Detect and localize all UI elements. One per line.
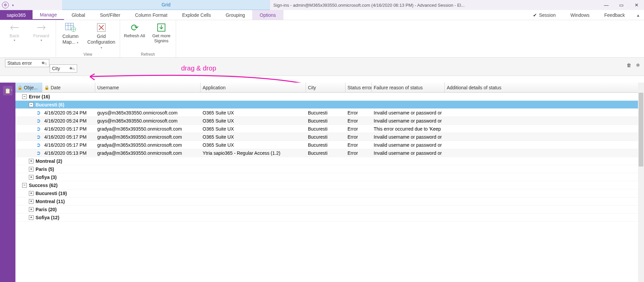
cell-date: 4/16/2020 05:17 PM — [42, 134, 95, 140]
refresh-icon: ⟳ — [131, 21, 139, 34]
expand-icon[interactable]: + — [29, 191, 34, 196]
collapse-icon[interactable]: − — [22, 94, 27, 99]
close-button[interactable]: ✕ — [629, 0, 644, 10]
cell-username: gradya@m365x393550.onmicrosoft.com — [95, 142, 201, 148]
cell-status: Error — [345, 118, 372, 124]
tab-grouping[interactable]: Grouping — [218, 10, 253, 20]
group-row-s-montreal[interactable]: +Montreal (11) — [15, 197, 644, 205]
cell-city: Bucuresti — [306, 126, 345, 132]
tab-session[interactable]: ✔Session — [526, 10, 563, 20]
group-row-montreal[interactable]: +Montreal (2) — [15, 157, 644, 165]
gear-icon[interactable]: ✲ — [636, 62, 640, 68]
column-header-date[interactable]: 🔒Date — [42, 83, 95, 92]
contextual-tab-grid[interactable]: Grid — [62, 0, 270, 10]
group-row-sofiya[interactable]: +Sofiya (3) — [15, 173, 644, 181]
cell-status: Error — [345, 110, 372, 115]
group-row-s-bucuresti[interactable]: +Bucuresti (19) — [15, 189, 644, 197]
column-header-additional-details[interactable]: Additional details of status — [445, 83, 644, 92]
collapse-icon[interactable]: − — [22, 183, 27, 188]
column-header-object[interactable]: 🔒Obje... — [15, 83, 42, 92]
table-row[interactable]: ➲4/16/2020 05:24 PMguys@m365x393550.onmi… — [15, 117, 644, 125]
group-row-error[interactable]: −Error (16) — [15, 93, 644, 101]
app-tab-sapio365[interactable]: sapio365 — [0, 10, 33, 20]
window-title: Sign-ins - admin@M365x393550.onmicrosoft… — [270, 3, 599, 8]
collapse-icon[interactable]: − — [29, 102, 34, 107]
collapse-ribbon-icon[interactable]: ▴ — [632, 10, 644, 20]
group-label-refresh: Refresh — [123, 51, 172, 57]
tab-explode-cells[interactable]: Explode Cells — [175, 10, 218, 20]
grid-configuration-button[interactable]: Grid Configuration ▾ — [86, 21, 116, 50]
tab-manage[interactable]: Manage — [33, 10, 64, 20]
forward-button[interactable]: 🡒 Forward▾ — [30, 21, 52, 42]
tab-feedback[interactable]: Feedback — [597, 10, 632, 20]
cell-city: Bucuresti — [306, 110, 345, 115]
signin-icon: ➲ — [35, 109, 42, 116]
tab-sort-filter[interactable]: Sort/Filter — [93, 10, 128, 20]
restore-button[interactable]: ▭ — [614, 0, 629, 10]
cell-application: O365 Suite UX — [201, 110, 306, 115]
cell-application: O365 Suite UX — [201, 126, 306, 132]
table-row[interactable]: ➲4/16/2020 05:17 PMgradya@m365x393550.on… — [15, 125, 644, 133]
back-button[interactable]: 🡐 Back▾ — [3, 21, 25, 42]
cell-username: guys@m365x393550.onmicrosoft.com — [95, 110, 201, 115]
annotation-label: drag & drop — [181, 64, 216, 72]
tab-global[interactable]: Global — [64, 10, 92, 20]
cell-status: Error — [345, 126, 372, 132]
expand-icon[interactable]: + — [29, 207, 34, 212]
cell-date: 4/16/2020 05:24 PM — [42, 110, 95, 115]
group-row-s-paris[interactable]: +Paris (20) — [15, 205, 644, 214]
group-label-view: View — [59, 51, 116, 57]
table-row[interactable]: ➲4/16/2020 05:24 PMguys@m365x393550.onmi… — [15, 109, 644, 117]
cell-username: gradya@m365x393550.onmicrosoft.com — [95, 134, 201, 140]
table-row[interactable]: ➲4/16/2020 05:17 PMgradya@m365x393550.on… — [15, 141, 644, 149]
tab-column-format[interactable]: Column Format — [128, 10, 175, 20]
tab-windows[interactable]: Windows — [563, 10, 597, 20]
group-row-paris[interactable]: +Paris (5) — [15, 165, 644, 173]
expand-icon[interactable]: + — [29, 199, 34, 204]
trash-icon[interactable]: 🗑 — [627, 62, 631, 68]
column-header-city[interactable]: City — [306, 83, 345, 92]
group-row-s-sofiya[interactable]: +Sofiya (12) — [15, 214, 644, 222]
column-header-status-error[interactable]: Status error — [345, 83, 372, 92]
grouping-bar[interactable]: Status error�△ City�△ 🗑 ✲ — [0, 58, 644, 76]
qat-dropdown-icon[interactable]: ▾ — [11, 3, 15, 7]
tab-options[interactable]: Options — [252, 10, 283, 20]
cell-failure-reason: This error occurred due to 'Keep — [372, 126, 445, 132]
signin-icon: ➲ — [35, 142, 42, 148]
vertical-scrollbar[interactable] — [638, 83, 644, 282]
cell-date: 4/16/2020 05:17 PM — [42, 126, 95, 132]
signin-icon: ➲ — [35, 126, 42, 132]
column-header-row: 🔒Obje... 🔒Date Username Application City… — [15, 83, 644, 93]
signin-icon: ➲ — [35, 117, 42, 124]
expand-icon[interactable]: + — [29, 167, 34, 172]
minimize-button[interactable]: — — [599, 0, 614, 10]
cell-date: 4/16/2020 05:13 PM — [42, 150, 95, 156]
expand-icon[interactable]: + — [29, 159, 34, 163]
column-header-username[interactable]: Username — [95, 83, 201, 92]
column-map-button[interactable]: Column Map... ▾ — [59, 21, 82, 45]
grid-globe-icon — [65, 21, 76, 34]
scrollbar-thumb[interactable] — [639, 93, 643, 167]
cell-failure-reason: Invalid username or password or — [372, 150, 445, 156]
cell-status: Error — [345, 142, 372, 148]
ribbon-tab-strip: sapio365 Manage Global Sort/Filter Colum… — [0, 10, 644, 20]
table-row[interactable]: ➲4/16/2020 05:13 PMgradya@m365x393550.on… — [15, 149, 644, 157]
arrow-right-icon: 🡒 — [37, 21, 46, 34]
expand-icon[interactable]: + — [29, 175, 34, 180]
group-row-bucuresti[interactable]: −Bucuresti (6) — [15, 101, 644, 109]
refresh-all-button[interactable]: ⟳ Refresh All — [123, 21, 146, 39]
column-header-application[interactable]: Application — [201, 83, 306, 92]
expand-gutter-icon[interactable]: › — [11, 88, 12, 92]
arrow-left-icon: 🡐 — [10, 21, 19, 34]
column-header-failure-reason[interactable]: Failure reason of status — [372, 83, 445, 92]
cell-failure-reason: Invalid username or password or — [372, 110, 445, 115]
group-chip-status-error[interactable]: Status error�△ — [5, 59, 49, 67]
expand-icon[interactable]: + — [29, 215, 34, 220]
table-row[interactable]: ➲4/16/2020 05:17 PMgradya@m365x393550.on… — [15, 133, 644, 141]
group-row-success[interactable]: −Success (62) — [15, 181, 644, 189]
group-chip-city[interactable]: City�△ — [50, 64, 77, 73]
get-more-signins-button[interactable]: Get more Signins — [150, 21, 172, 44]
check-icon: ✔ — [533, 12, 537, 18]
accessibility-icon[interactable]: ✲ — [2, 2, 9, 8]
cell-city: Bucuresti — [306, 150, 345, 156]
